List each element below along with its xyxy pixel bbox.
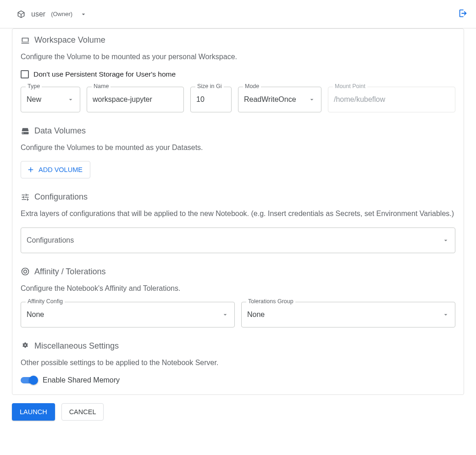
chevron-down-icon	[67, 96, 74, 103]
mode-label: Mode	[243, 83, 261, 89]
configurations-desc: Extra layers of configurations that will…	[21, 208, 455, 219]
section-affinity-tolerations: Affinity / Tolerations Configure the Not…	[21, 267, 455, 327]
chevron-down-icon	[442, 237, 449, 244]
type-value: New	[27, 95, 64, 104]
mode-value: ReadWriteOnce	[244, 95, 305, 104]
workspace-title: Workspace Volume	[34, 35, 105, 45]
user-name: user	[31, 10, 45, 18]
topbar: user (Owner)	[0, 0, 476, 28]
checkbox-icon	[21, 70, 29, 78]
cube-icon	[17, 10, 26, 19]
type-label: Type	[26, 83, 42, 89]
size-value: 10	[196, 95, 226, 104]
misc-desc: Other possible settings to be applied to…	[21, 357, 455, 368]
laptop-icon	[21, 36, 30, 45]
mount-label: Mount Point	[333, 83, 367, 89]
configurations-placeholder: Configurations	[27, 236, 439, 244]
affinity-desc: Configure the Notebook's Affinity and To…	[21, 283, 455, 294]
target-icon	[21, 267, 30, 276]
tolerations-group-value: None	[247, 311, 439, 319]
section-configurations: Configurations Extra layers of configura…	[21, 192, 455, 253]
chevron-down-icon	[442, 311, 449, 318]
user-role: (Owner)	[51, 11, 72, 17]
name-label: Name	[92, 83, 111, 89]
namespace-selector[interactable]: user (Owner)	[17, 10, 87, 19]
size-input[interactable]: Size in Gi 10	[190, 87, 232, 112]
plus-icon	[27, 166, 35, 174]
logout-icon	[458, 8, 468, 18]
affinity-config-value: None	[27, 311, 219, 319]
chevron-down-icon	[80, 11, 87, 18]
hdd-icon	[21, 127, 30, 136]
name-input[interactable]: Name workspace-jupyter	[87, 87, 184, 112]
shared-memory-label: Enable Shared Memory	[43, 376, 120, 384]
affinity-title: Affinity / Tolerations	[34, 267, 105, 277]
mode-select[interactable]: Mode ReadWriteOnce	[238, 87, 321, 112]
tolerations-group-select[interactable]: Tolerations Group None	[241, 302, 455, 327]
configurations-select[interactable]: Configurations	[21, 228, 455, 253]
tolerations-group-label: Tolerations Group	[246, 298, 295, 305]
type-select[interactable]: Type New	[21, 87, 80, 112]
mount-value: /home/kubeflow	[334, 95, 449, 104]
logout-button[interactable]	[458, 8, 468, 20]
affinity-config-label: Affinity Config	[26, 298, 65, 305]
workspace-desc: Configure the Volume to be mounted as yo…	[21, 51, 455, 62]
gears-icon	[21, 341, 30, 350]
affinity-config-select[interactable]: Affinity Config None	[21, 302, 235, 327]
add-volume-label: ADD VOLUME	[39, 166, 83, 173]
form-card: Workspace Volume Configure the Volume to…	[12, 28, 464, 395]
mount-point-input: Mount Point /home/kubeflow	[328, 87, 455, 112]
shared-memory-toggle[interactable]	[21, 377, 37, 383]
size-label: Size in Gi	[195, 83, 224, 89]
configurations-title: Configurations	[34, 192, 88, 202]
footer: LAUNCH CANCEL	[12, 403, 464, 425]
launch-button[interactable]: LAUNCH	[12, 403, 55, 421]
add-volume-button[interactable]: ADD VOLUME	[21, 161, 90, 178]
data-volumes-title: Data Volumes	[34, 126, 86, 136]
persistent-storage-checkbox[interactable]: Don't use Persistent Storage for User's …	[21, 70, 455, 78]
section-misc-settings: Miscellaneous Settings Other possible se…	[21, 341, 455, 384]
section-data-volumes: Data Volumes Configure the Volumes to be…	[21, 126, 455, 178]
cancel-button[interactable]: CANCEL	[61, 403, 104, 421]
misc-title: Miscellaneous Settings	[34, 341, 119, 351]
toggle-knob	[29, 376, 38, 385]
chevron-down-icon	[308, 96, 315, 103]
section-workspace-volume: Workspace Volume Configure the Volume to…	[21, 35, 455, 112]
data-volumes-desc: Configure the Volumes to be mounted as y…	[21, 142, 455, 153]
sliders-icon	[21, 193, 30, 202]
checkbox-label: Don't use Persistent Storage for User's …	[33, 70, 176, 78]
chevron-down-icon	[221, 311, 229, 318]
name-value: workspace-jupyter	[93, 95, 178, 104]
